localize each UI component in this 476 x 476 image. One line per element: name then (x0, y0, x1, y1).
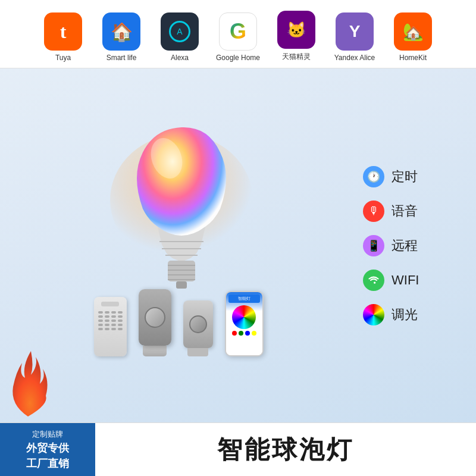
badge-line1: 定制贴牌 (32, 429, 63, 440)
app-tuya[interactable]: t Tuya (39, 12, 87, 62)
yandex-icon: Y (336, 12, 374, 51)
speaker-device (139, 289, 171, 356)
wifi-icon (363, 270, 384, 291)
main-content: 智能灯 🕐 (0, 68, 476, 422)
badge-line2: 外贸专供 (26, 441, 69, 455)
voice-icon: 🎙 (363, 201, 384, 222)
feature-remote: 📱 远程 (363, 235, 464, 256)
alexa-label: Alexa (171, 54, 189, 62)
remote-label: 远程 (392, 237, 418, 255)
apps-row: t Tuya 🏠 Smart life A Alexa G Google Hom… (0, 0, 476, 68)
app-smartlife[interactable]: 🏠 Smart life (98, 12, 145, 62)
badge-line3: 工厂直销 (26, 456, 69, 471)
app-tianmao[interactable]: 🐱 天猫精灵 (273, 11, 320, 62)
timer-label: 定时 (392, 168, 418, 186)
flame-decoration (1, 345, 55, 422)
tianmao-label: 天猫精灵 (282, 52, 311, 62)
dimming-label: 调光 (392, 306, 418, 324)
svg-rect-3 (176, 281, 187, 289)
tianmao-icon: 🐱 (277, 11, 315, 49)
product-title: 智能球泡灯 (217, 433, 354, 466)
wifi-label: WIFI (392, 273, 419, 288)
feature-voice: 🎙 语音 (363, 201, 464, 222)
voice-label: 语音 (392, 202, 418, 220)
homekit-icon: 🏡 (394, 12, 432, 51)
bottom-right: 智能球泡灯 (95, 433, 476, 466)
timer-icon: 🕐 (363, 166, 384, 187)
bottom-badge: 定制贴牌 外贸专供 工厂直销 (0, 423, 95, 476)
phone-device: 智能灯 (225, 291, 264, 356)
feature-dimming: 调光 (363, 304, 464, 325)
app-google[interactable]: G Google Home (214, 12, 262, 62)
app-homekit[interactable]: 🏡 HomeKit (389, 12, 437, 62)
features-area: 🕐 定时 🎙 语音 📱 远程 WIFI (357, 68, 476, 422)
dimming-icon (363, 304, 384, 325)
app-yandex[interactable]: Y Yandex Alice (331, 12, 378, 62)
bulb-container (95, 117, 262, 295)
alexa-icon: A (161, 12, 199, 51)
remote-icon: 📱 (363, 235, 384, 256)
tuya-label: Tuya (55, 54, 71, 62)
homekit-label: HomeKit (399, 54, 427, 62)
google-icon: G (219, 12, 257, 51)
yandex-label: Yandex Alice (334, 54, 375, 62)
remote-device (94, 297, 127, 356)
feature-timer: 🕐 定时 (363, 166, 464, 187)
app-alexa[interactable]: A Alexa (156, 12, 203, 62)
smartlife-label: Smart life (107, 54, 137, 62)
tuya-icon: t (44, 12, 82, 51)
page: t Tuya 🏠 Smart life A Alexa G Google Hom… (0, 0, 476, 476)
bottom-bar: 定制贴牌 外贸专供 工厂直销 智能球泡灯 (0, 422, 476, 476)
svg-rect-2 (168, 261, 195, 281)
smartlife-icon: 🏠 (102, 12, 140, 51)
speaker-device-2 (183, 300, 213, 356)
google-label: Google Home (216, 54, 260, 62)
feature-wifi: WIFI (363, 270, 464, 291)
